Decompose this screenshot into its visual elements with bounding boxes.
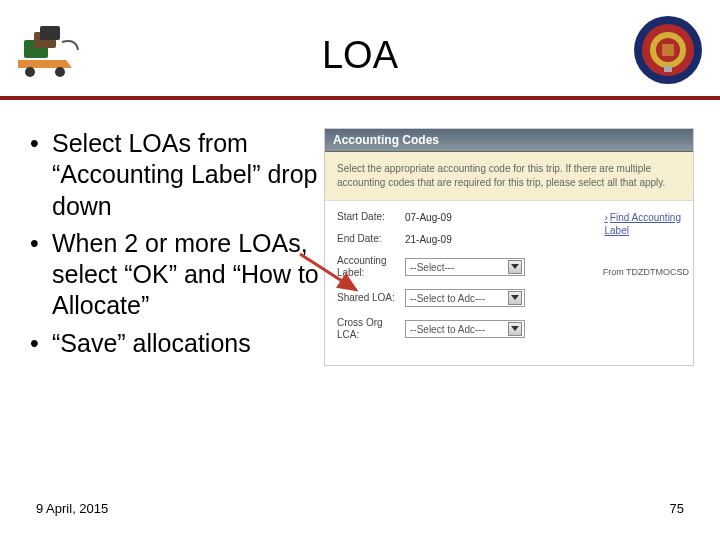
panel-title: Accounting Codes [325, 129, 693, 152]
shared-loa-select[interactable]: --Select to Adc--- [405, 289, 525, 307]
bullet-item: When 2 or more LOAs, select “OK” and “Ho… [24, 228, 324, 322]
chevron-down-icon [508, 322, 522, 336]
caret-right-icon: › [604, 212, 607, 223]
start-date-label: Start Date: [337, 211, 405, 223]
chevron-down-icon [508, 260, 522, 274]
accounting-codes-panel: Accounting Codes Select the appropriate … [324, 128, 694, 366]
shared-loa-label: Shared LOA: [337, 292, 405, 304]
end-date-value: 21-Aug-09 [405, 234, 452, 245]
chevron-down-icon [508, 291, 522, 305]
start-date-value: 07-Aug-09 [405, 212, 452, 223]
cross-org-label: Cross Org LCA: [337, 317, 405, 341]
from-source: From TDZDTMOCSD [603, 267, 689, 277]
page-title: LOA [0, 34, 720, 77]
cross-org-select[interactable]: --Select to Adc--- [405, 320, 525, 338]
bullet-list: Select LOAs from “Accounting Label” drop… [24, 128, 324, 366]
footer-date: 9 April, 2015 [36, 501, 108, 516]
navy-seal-icon [632, 14, 704, 86]
bullet-item: “Save” allocations [24, 328, 324, 359]
panel-instruction: Select the appropriate accounting code f… [325, 152, 693, 201]
accounting-label-label: Accounting Label: [337, 255, 405, 279]
footer-page-number: 75 [670, 501, 684, 516]
end-date-label: End Date: [337, 233, 405, 245]
bullet-item: Select LOAs from “Accounting Label” drop… [24, 128, 324, 222]
accounting-label-select[interactable]: --Select--- [405, 258, 525, 276]
find-accounting-label-link[interactable]: ›Find Accounting Label [604, 211, 681, 237]
